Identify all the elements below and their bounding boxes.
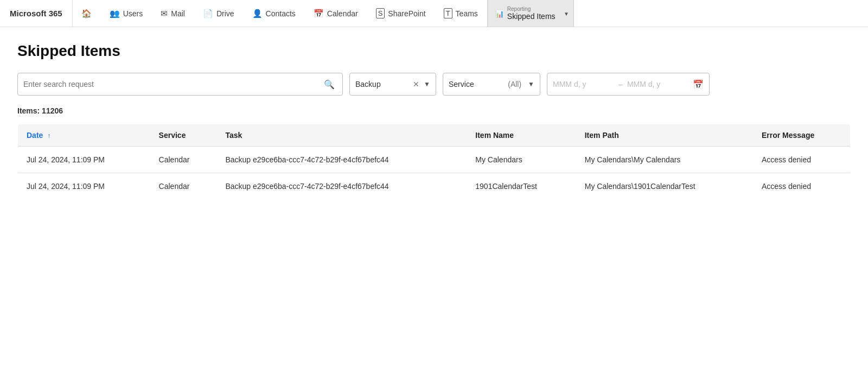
date-range-filter[interactable]: MMM d, y – MMM d, y 📅: [547, 73, 710, 96]
filter-bar: 🔍 Backup ✕ ▼ Service (All) ▼ MMM d, y – …: [17, 73, 851, 96]
table-header-row: Date ↑ Service Task Item Name Item Path …: [18, 124, 851, 147]
backup-dropdown-arrow-icon: ▼: [424, 80, 430, 88]
col-task: Task: [216, 124, 467, 147]
nav-users-label: Users: [123, 9, 143, 18]
brand-label: Microsoft 365: [0, 0, 73, 27]
col-item-name: Item Name: [467, 124, 576, 147]
nav-mail[interactable]: ✉ Mail: [152, 0, 194, 27]
sort-arrow-icon: ↑: [47, 132, 50, 140]
nav-main-label: Skipped Items: [507, 12, 556, 21]
cell-item-path-1: My Calendars\1901CalendarTest: [576, 173, 753, 200]
table-header: Date ↑ Service Task Item Name Item Path …: [18, 124, 851, 147]
cell-error-message-0: Access denied: [753, 147, 851, 173]
table-body: Jul 24, 2024, 11:09 PM Calendar Backup e…: [18, 147, 851, 200]
col-item-path-label: Item Path: [585, 131, 619, 140]
service-filter-value: (All): [508, 80, 521, 89]
cell-item-path-0: My Calendars\My Calendars: [576, 147, 753, 173]
clear-backup-icon[interactable]: ✕: [413, 80, 419, 89]
cell-service-0: Calendar: [150, 147, 217, 173]
nav-sharepoint-label: SharePoint: [388, 9, 425, 18]
table-row: Jul 24, 2024, 11:09 PM Calendar Backup e…: [18, 173, 851, 200]
dropdown-arrow-icon: ▼: [564, 10, 569, 16]
date-separator: –: [618, 80, 623, 89]
date-end-placeholder: MMM d, y: [627, 80, 688, 89]
col-error-message-label: Error Message: [762, 131, 814, 140]
nav-drive[interactable]: 📄 Drive: [194, 0, 244, 27]
nav-contacts-label: Contacts: [266, 9, 296, 18]
nav-calendar[interactable]: 📅 Calendar: [305, 0, 367, 27]
col-item-name-label: Item Name: [475, 131, 514, 140]
items-count: Items: 11206: [17, 106, 851, 115]
service-filter-label: Service: [449, 80, 506, 89]
cell-error-message-1: Access denied: [753, 173, 851, 200]
data-table: Date ↑ Service Task Item Name Item Path …: [17, 124, 851, 200]
nav-calendar-label: Calendar: [327, 9, 358, 18]
home-icon: 🏠: [81, 9, 92, 18]
cell-item-name-1: 1901CalendarTest: [467, 173, 576, 200]
col-task-label: Task: [225, 131, 242, 140]
nav-drive-label: Drive: [216, 9, 234, 18]
drive-icon: 📄: [203, 9, 213, 18]
sharepoint-icon: S: [376, 8, 385, 18]
backup-dropdown[interactable]: Backup ✕ ▼: [349, 73, 436, 96]
nav-sharepoint[interactable]: S SharePoint: [367, 0, 435, 27]
cell-service-1: Calendar: [150, 173, 217, 200]
main-content: Skipped Items 🔍 Backup ✕ ▼ Service (All)…: [0, 27, 868, 215]
teams-icon: T: [444, 8, 452, 18]
nav-contacts[interactable]: 👤 Contacts: [244, 0, 305, 27]
page-title: Skipped Items: [17, 42, 851, 60]
contacts-icon: 👤: [252, 9, 263, 18]
col-item-path: Item Path: [576, 124, 753, 147]
search-box: 🔍: [17, 73, 343, 96]
table-row: Jul 24, 2024, 11:09 PM Calendar Backup e…: [18, 147, 851, 173]
nav-home[interactable]: 🏠: [73, 0, 101, 27]
col-date[interactable]: Date ↑: [18, 124, 150, 147]
date-start-placeholder: MMM d, y: [553, 80, 614, 89]
col-error-message: Error Message: [753, 124, 851, 147]
mail-icon: ✉: [161, 9, 168, 18]
nav-sub-label: Reporting: [507, 6, 556, 12]
cell-date-1: Jul 24, 2024, 11:09 PM: [18, 173, 150, 200]
col-service-label: Service: [159, 131, 186, 140]
cell-task-0: Backup e29ce6ba-ccc7-4c72-b29f-e4cf67bef…: [216, 147, 467, 173]
nav-users[interactable]: 👥 Users: [101, 0, 152, 27]
nav-reporting-skipped[interactable]: 📊 Reporting Skipped Items ▼: [487, 0, 574, 27]
search-input[interactable]: [23, 80, 322, 89]
col-date-label: Date: [27, 131, 43, 140]
top-nav: Microsoft 365 🏠 👥 Users ✉ Mail 📄 Drive 👤…: [0, 0, 868, 27]
service-dropdown[interactable]: Service (All) ▼: [443, 73, 540, 96]
reporting-icon: 📊: [495, 9, 504, 17]
search-button[interactable]: 🔍: [322, 78, 337, 91]
users-icon: 👥: [110, 9, 120, 18]
nav-mail-label: Mail: [171, 9, 185, 18]
nav-teams-label: Teams: [456, 9, 478, 18]
col-service: Service: [150, 124, 217, 147]
cell-date-0: Jul 24, 2024, 11:09 PM: [18, 147, 150, 173]
cell-item-name-0: My Calendars: [467, 147, 576, 173]
nav-items: 🏠 👥 Users ✉ Mail 📄 Drive 👤 Contacts 📅 Ca…: [73, 0, 868, 27]
cell-task-1: Backup e29ce6ba-ccc7-4c72-b29f-e4cf67bef…: [216, 173, 467, 200]
nav-teams[interactable]: T Teams: [435, 0, 487, 27]
backup-filter-label: Backup: [355, 80, 409, 89]
calendar-picker-icon[interactable]: 📅: [693, 79, 704, 90]
service-dropdown-arrow-icon: ▼: [528, 80, 534, 88]
calendar-icon: 📅: [314, 9, 324, 18]
